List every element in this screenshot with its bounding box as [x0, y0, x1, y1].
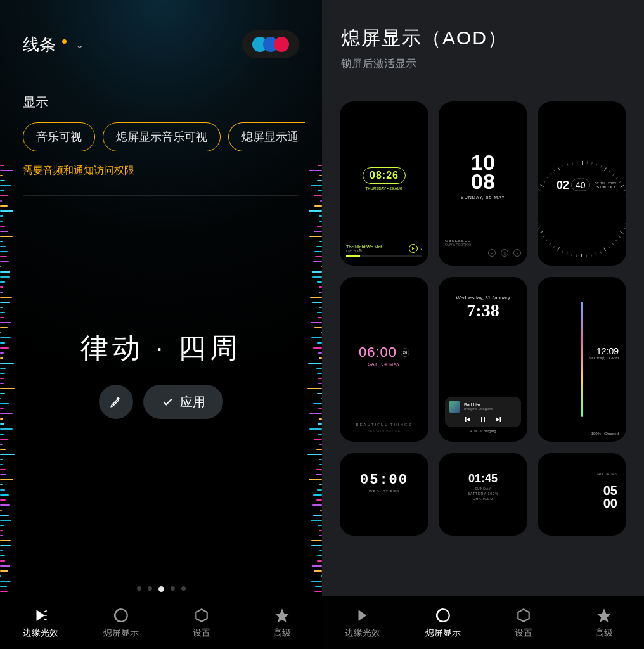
aod-theme-grid-row3: 05:00 WED, 07 FEB 01:45 SUNDAY BATTERY 1…: [322, 442, 644, 536]
nav-label: 设置: [193, 627, 210, 639]
moon-icon: [113, 607, 129, 624]
charge-status: 100% · Charged: [591, 432, 619, 435]
chip-aod-notification[interactable]: 熄屏显示通: [228, 122, 305, 151]
prev-icon: [465, 416, 471, 423]
clock-date: THU, 04 JAN: [595, 472, 617, 476]
hex-icon: [193, 607, 210, 624]
pause-icon: [480, 416, 486, 423]
clock-time: 08:26: [363, 167, 406, 184]
bottom-nav-right: 边缘光效 熄屏显示 设置 高级: [322, 596, 644, 649]
clock-time: 06:00: [359, 344, 397, 361]
pencil-icon: [110, 395, 122, 408]
clock-date: Wednesday, 31 January: [456, 295, 510, 300]
clock-time: 0500: [603, 485, 617, 510]
clock-time: 7:38: [467, 300, 499, 321]
aod-theme-grid: 08:26 THURSDAY • 29 AUG The Night We Met…: [322, 77, 644, 442]
nav-aod[interactable]: 熄屏显示: [80, 596, 161, 649]
gradient-line: [581, 302, 583, 417]
chip-aod-music-visual[interactable]: 熄屏显示音乐可视: [103, 122, 221, 151]
album-art: [449, 401, 460, 413]
song-artist: Lord Huron: [346, 249, 382, 253]
color-picker-button[interactable]: [242, 30, 299, 58]
nav-label: 高级: [273, 627, 291, 639]
aod-theme-card[interactable]: 01:45 SUNDAY BATTERY 100% CHARGED: [439, 453, 527, 536]
aod-theme-card[interactable]: THU, 04 JAN 0500: [538, 453, 626, 536]
nav-label: 边缘光效: [345, 627, 380, 639]
play-icon: [409, 244, 418, 253]
aod-theme-card[interactable]: 08:26 THURSDAY • 29 AUG The Night We Met…: [340, 101, 428, 266]
divider: [23, 195, 299, 196]
section-heading: 显示: [0, 58, 322, 122]
nav-label: 边缘光效: [23, 627, 58, 639]
play-burst-icon: [354, 607, 371, 624]
clock-time: 05:00: [360, 472, 408, 488]
edit-button[interactable]: [99, 385, 133, 419]
page-title: 熄屏显示（AOD）: [341, 25, 625, 51]
weekday: SUNDAY: [475, 487, 491, 491]
song-title: The Night We Met: [346, 245, 382, 249]
clock-time: 01:45: [468, 472, 498, 485]
page-subtitle: 锁屏后激活显示: [341, 56, 625, 71]
chevron-down-icon: ⌄: [75, 39, 84, 51]
aod-theme-card[interactable]: 0240 02 JUL 2023SUNDAY: [538, 101, 626, 266]
next-icon: ›: [420, 246, 422, 252]
chip-music-visual[interactable]: 音乐可视: [23, 122, 95, 151]
nav-edge-lighting[interactable]: 边缘光效: [322, 596, 402, 649]
song-title: BEAUTIFUL THINGS: [346, 423, 422, 427]
clock-date: SAT, 04 MAY: [368, 362, 401, 366]
nav-settings[interactable]: 设置: [161, 596, 242, 649]
play-burst-icon: [32, 607, 49, 624]
next-icon: [495, 416, 501, 423]
aod-theme-card[interactable]: 1008 SUNDAY, 05 MAY OBSESSED OLIVIA RODR…: [439, 101, 527, 266]
charge-status: CHARGED: [473, 497, 493, 501]
star-icon: [274, 607, 290, 624]
star-icon: [596, 607, 612, 624]
aod-theme-card[interactable]: 05:00 WED, 07 FEB: [340, 453, 428, 536]
next-icon: ›: [513, 249, 521, 257]
permission-warning[interactable]: 需要音频和通知访问权限: [0, 151, 322, 177]
moon-icon: [435, 607, 451, 624]
song-artist: BENSON BOONE: [346, 429, 422, 433]
apply-button[interactable]: 应用: [143, 385, 223, 419]
nav-advanced[interactable]: 高级: [242, 596, 322, 649]
color-dot-3: [274, 37, 289, 52]
nav-edge-lighting[interactable]: 边缘光效: [0, 596, 80, 649]
bottom-nav-left: 边缘光效 熄屏显示 设置 高级: [0, 596, 322, 649]
aod-gallery-screen: 熄屏显示（AOD） 锁屏后激活显示 08:26 THURSDAY • 29 AU…: [322, 0, 644, 649]
progress-bar: [346, 255, 422, 257]
prev-icon: ‹: [488, 249, 496, 257]
song-artist: Imagine Dragons: [464, 407, 493, 411]
clock-date: Saturday, 13 April: [589, 356, 619, 360]
display-mode-chips: 音乐可视 熄屏显示音乐可视 熄屏显示通: [0, 122, 322, 151]
song-title: Bad Liar: [464, 402, 493, 407]
badge-dot-icon: [62, 39, 67, 44]
nav-advanced[interactable]: 高级: [564, 596, 644, 649]
page-indicator[interactable]: [0, 586, 322, 592]
nav-label: 熄屏显示: [425, 627, 461, 639]
battery-status: BATTERY 100%: [468, 492, 499, 496]
style-dropdown-label: 线条: [23, 34, 56, 56]
clock-date: THURSDAY • 29 AUG: [366, 186, 403, 190]
pause-icon: ∥: [501, 249, 508, 257]
nav-label: 高级: [595, 627, 613, 639]
preview-title: 律动 · 四周: [0, 330, 322, 367]
nav-label: 熄屏显示: [103, 627, 139, 639]
clock-time: 0240: [557, 178, 590, 191]
aod-theme-card[interactable]: 06:00 26 SAT, 04 MAY BEAUTIFUL THINGS BE…: [340, 277, 428, 441]
clock-date: WED, 07 FEB: [369, 489, 399, 493]
aod-theme-card[interactable]: 12:09 Saturday, 13 April 100% · Charged: [538, 277, 626, 441]
clock-date: 02 JUL 2023SUNDAY: [595, 181, 616, 189]
check-icon: [161, 395, 174, 408]
battery-ring: 26: [401, 348, 409, 357]
clock-date: SUNDAY, 05 MAY: [461, 195, 505, 200]
nav-settings[interactable]: 设置: [483, 596, 564, 649]
edge-lighting-screen: 线条 ⌄ 显示 音乐可视 熄屏显示音乐可视 熄屏显示通 需要音频和通知访问权限 …: [0, 0, 322, 649]
charge-status: 97% · Charging: [445, 429, 521, 433]
style-dropdown[interactable]: 线条 ⌄: [23, 34, 84, 56]
nav-aod[interactable]: 熄屏显示: [402, 596, 483, 649]
clock-time: 12:09: [589, 346, 619, 356]
apply-button-label: 应用: [180, 394, 205, 411]
music-player: Bad Liar Imagine Dragons: [445, 397, 521, 427]
aod-theme-card[interactable]: Wednesday, 31 January 7:38 Bad Liar Imag…: [439, 277, 527, 441]
song-artist: OLIVIA RODRIGO: [445, 243, 521, 247]
